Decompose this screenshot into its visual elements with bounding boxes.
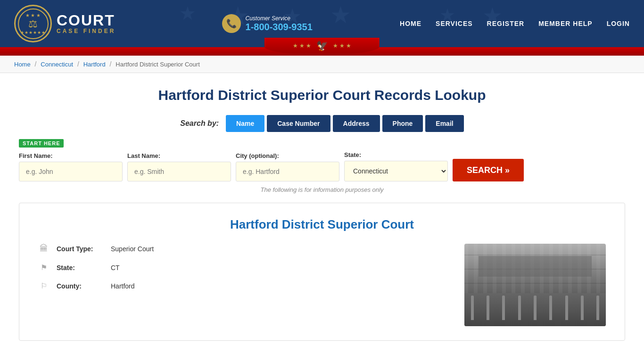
last-name-group: Last Name: [127,152,231,181]
search-by-row: Search by: Name Case Number Address Phon… [19,115,625,132]
nav-member-help[interactable]: MEMBER HELP [538,20,592,27]
tab-address[interactable]: Address [333,115,380,132]
nav-register[interactable]: REGISTER [487,20,525,27]
city-input[interactable] [236,162,339,181]
eagle-icon: 🦅 [316,40,328,51]
county-row: ⚐ County: Hartford [38,281,446,290]
tab-email[interactable]: Email [425,115,463,132]
main-content: Hartford District Superior Court Records… [0,73,644,355]
logo-text: COURT CASE FINDER [57,13,116,34]
court-info-box: Hartford District Superior Court 🏛 Court… [19,203,625,341]
banner-star-right: ★ ★ ★ [333,42,352,49]
county-value: Hartford [111,282,135,290]
eagle-banner: ★ ★ ★ 🦅 ★ ★ ★ [264,38,380,55]
nav-home[interactable]: HOME [400,20,421,27]
nav-login[interactable]: LOGIN [607,20,630,27]
court-building-image [464,244,606,326]
info-note: The following is for information purpose… [19,186,625,193]
state-icon: ⚑ [38,263,50,272]
court-type-label: Court Type: [57,245,104,253]
state-row: ⚑ State: CT [38,263,446,272]
page-title: Hartford District Superior Court Records… [19,87,625,103]
banner-star-left: ★ ★ ★ [293,42,312,49]
breadcrumb-hartford[interactable]: Hartford [83,61,106,68]
breadcrumb-sep-3: / [110,60,112,68]
court-details-left: 🏛 Court Type: Superior Court ⚑ State: CT… [38,244,446,300]
city-group: City (optional): [236,152,339,181]
state-value: CT [111,264,120,272]
state-label-info: State: [57,264,104,272]
start-here-badge: START HERE [19,139,64,148]
breadcrumb-home[interactable]: Home [14,61,31,68]
phone-label: Customer Service [246,15,313,22]
phone-text: Customer Service 1-800-309-9351 [246,15,313,33]
first-name-label: First Name: [19,152,123,159]
phone-area: 📞 Customer Service 1-800-309-9351 [222,14,313,33]
tab-name[interactable]: Name [226,115,264,132]
last-name-input[interactable] [127,162,231,181]
logo-court-text: COURT [57,13,116,28]
phone-number: 1-800-309-9351 [246,22,313,33]
court-type-row: 🏛 Court Type: Superior Court [38,244,446,254]
court-details-row: 🏛 Court Type: Superior Court ⚑ State: CT… [38,244,606,326]
logo-area: ★ ★ ★ ⚖ ★★★★★★ COURT CASE FINDER [14,5,116,42]
state-group: State: Connecticut Alabama Alaska Arizon… [344,151,448,181]
tab-phone[interactable]: Phone [382,115,423,132]
form-area: START HERE First Name: Last Name: City (… [19,139,625,181]
breadcrumb: Home / Connecticut / Hartford / Hartford… [0,56,644,73]
state-select[interactable]: Connecticut Alabama Alaska Arizona Calif… [344,161,448,181]
county-icon: ⚐ [38,281,50,290]
last-name-label: Last Name: [127,152,231,159]
nav-services[interactable]: SERVICES [436,20,473,27]
first-name-input[interactable] [19,162,123,181]
building-sim [464,244,606,326]
search-form-row: First Name: Last Name: City (optional): … [19,151,625,181]
state-label: State: [344,151,448,158]
breadcrumb-connecticut[interactable]: Connecticut [41,61,73,68]
first-name-group: First Name: [19,152,123,181]
court-type-value: Superior Court [111,245,154,253]
court-info-title: Hartford District Superior Court [38,217,606,232]
breadcrumb-sep-2: / [77,60,79,68]
search-by-label: Search by: [180,119,219,128]
logo-circle: ★ ★ ★ ⚖ ★★★★★★ [14,5,52,42]
phone-icon: 📞 [222,14,241,33]
logo-case-finder-text: CASE FINDER [57,28,116,34]
county-label: County: [57,282,104,290]
city-label: City (optional): [236,152,339,159]
red-banner: ★ ★ ★ 🦅 ★ ★ ★ [0,47,644,56]
search-button[interactable]: SEARCH » [453,159,524,181]
breadcrumb-current: Hartford District Superior Court [116,61,199,68]
search-button-label: SEARCH » [467,165,510,175]
main-nav: HOME SERVICES REGISTER MEMBER HELP LOGIN [400,20,630,27]
logo-emblem: ★ ★ ★ ⚖ ★★★★★★ [18,8,49,39]
court-type-icon: 🏛 [38,244,50,254]
breadcrumb-sep-1: / [35,60,37,68]
tab-case-number[interactable]: Case Number [267,115,330,132]
